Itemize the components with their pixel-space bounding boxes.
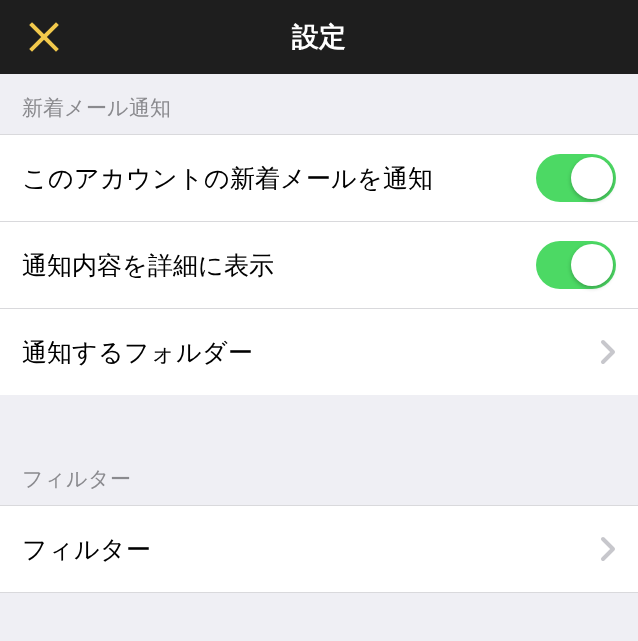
row-show-detail: 通知内容を詳細に表示 xyxy=(0,221,638,309)
toggle-knob xyxy=(571,244,613,286)
section-header-filter: フィルター xyxy=(0,445,638,505)
chevron-right-icon xyxy=(600,339,616,365)
row-label-notify-account: このアカウントの新着メールを通知 xyxy=(22,162,536,195)
row-label-notify-folder: 通知するフォルダー xyxy=(22,336,588,369)
section-gap xyxy=(0,395,638,445)
page-title: 設定 xyxy=(0,19,638,55)
toggle-knob xyxy=(571,157,613,199)
toggle-notify-account[interactable] xyxy=(536,154,616,202)
header-bar: 設定 xyxy=(0,0,638,74)
row-notify-folder[interactable]: 通知するフォルダー xyxy=(0,308,638,396)
row-notify-account: このアカウントの新着メールを通知 xyxy=(0,134,638,222)
row-filter[interactable]: フィルター xyxy=(0,505,638,593)
row-label-filter: フィルター xyxy=(22,533,588,566)
section-header-notifications: 新着メール通知 xyxy=(0,74,638,134)
toggle-show-detail[interactable] xyxy=(536,241,616,289)
chevron-right-icon xyxy=(600,536,616,562)
close-button[interactable] xyxy=(28,21,60,53)
row-label-show-detail: 通知内容を詳細に表示 xyxy=(22,249,536,282)
close-icon xyxy=(28,21,60,53)
